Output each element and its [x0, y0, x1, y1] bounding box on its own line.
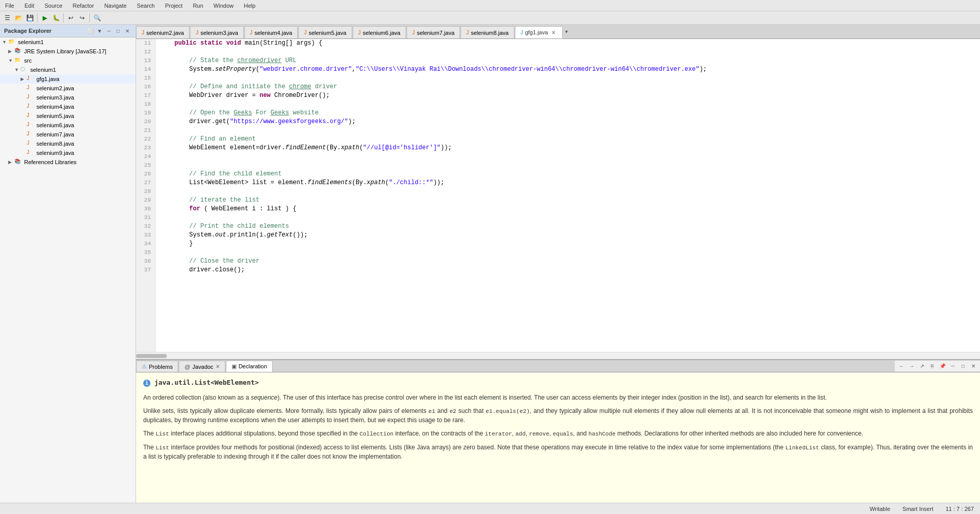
status-writable[interactable]: Writable	[868, 506, 892, 512]
tab-overflow-btn[interactable]: ▾	[563, 25, 569, 38]
maximize-btn[interactable]: □	[958, 362, 968, 371]
sidebar-item-src[interactable]: ▼ 📁 src	[0, 56, 136, 65]
java-icon: J	[358, 30, 361, 35]
sidebar-item-selenium9[interactable]: J selenium9.java	[0, 148, 136, 157]
menu-search[interactable]: Search	[134, 2, 158, 10]
code-line-12	[160, 48, 976, 56]
toolbar-run-btn[interactable]: ▶	[40, 13, 50, 23]
tab-selenium8[interactable]: J selenium8.java	[460, 26, 514, 38]
tab-selenium2[interactable]: J selenium2.java	[136, 26, 189, 38]
sidebar-menu-btn[interactable]: ▼	[95, 27, 104, 35]
sidebar-item-referenced-libraries[interactable]: ▶ 📚 Referenced Libraries	[0, 157, 136, 167]
tab-selenium7[interactable]: J selenium7.java	[407, 26, 460, 38]
open-external-btn[interactable]: ↗	[917, 362, 927, 371]
gfg-icon: J	[521, 30, 523, 35]
bottom-toolbar: ← → ↗ ⎘ 📌 ─ □ ✕	[895, 361, 980, 372]
bottom-tab-close-btn[interactable]: ✕	[216, 364, 220, 369]
library-icon: 📚	[14, 48, 23, 55]
code-line-24	[160, 152, 976, 161]
line-numbers: 11 12 13 14 15 16 17 18 19 20 21 22 23 2…	[136, 39, 156, 352]
toolbar-open-btn[interactable]: 📂	[13, 13, 24, 23]
menu-refactor[interactable]: Refactor	[70, 2, 98, 10]
java-file-icon: J	[27, 75, 35, 83]
menu-help[interactable]: Help	[241, 2, 259, 10]
sidebar-item-selenium4[interactable]: J selenium4.java	[0, 102, 136, 111]
sidebar-item-selenium3[interactable]: J selenium3.java	[0, 93, 136, 102]
toolbar-new-btn[interactable]: ☰	[2, 13, 12, 23]
pin-btn[interactable]: 📌	[938, 362, 947, 371]
sidebar-item-selenium2[interactable]: J selenium2.java	[0, 84, 136, 93]
toolbar-search-btn[interactable]: 🔍	[92, 13, 102, 23]
menu-file[interactable]: File	[2, 2, 17, 10]
tab-selenium4[interactable]: J selenium4.java	[244, 26, 298, 38]
sidebar-item-label: selenium8.java	[36, 141, 74, 147]
horizontal-scrollbar[interactable]	[136, 352, 980, 359]
tab-selenium3[interactable]: J selenium3.java	[190, 26, 243, 38]
toolbar-sep3	[89, 13, 90, 23]
sidebar-item-gfg1[interactable]: ▶ J gfg1.java	[0, 74, 136, 84]
sidebar-item-label: selenium1	[30, 67, 56, 73]
status-bar: Writable Smart Insert 11 : 7 : 267	[0, 503, 980, 514]
tab-declaration[interactable]: ▣ Declaration	[226, 361, 273, 372]
tab-label: Javadoc	[193, 364, 214, 370]
toolbar: ☰ 📂 💾 ▶ 🐛 ↩ ↪ 🔍	[0, 11, 980, 25]
javadoc-title: i java.util.List<WebElement>	[143, 378, 973, 388]
status-insert-mode[interactable]: Smart Insert	[900, 506, 935, 512]
sidebar-item-selenium6[interactable]: J selenium6.java	[0, 121, 136, 130]
sidebar-max-btn[interactable]: □	[114, 27, 122, 35]
minimize-btn[interactable]: ─	[948, 362, 957, 371]
tab-problems[interactable]: ⚠ Problems	[136, 361, 178, 372]
copy-btn[interactable]: ⎘	[928, 362, 937, 371]
java-icon: J	[196, 30, 198, 35]
javadoc-para-2: Unlike sets, lists typically allow dupli…	[143, 406, 973, 425]
menu-window[interactable]: Window	[210, 2, 237, 10]
sidebar-collapse-btn[interactable]: ⬜	[86, 27, 94, 35]
library-icon: 📚	[14, 159, 23, 166]
sidebar-close-btn[interactable]: ✕	[123, 27, 131, 35]
code-line-27: List<WebElement> list = element.findElem…	[160, 179, 976, 187]
sidebar-min-btn[interactable]: ─	[105, 27, 113, 35]
tab-close-btn[interactable]: ✕	[550, 29, 557, 36]
menu-source[interactable]: Source	[42, 2, 66, 10]
sidebar-item-selenium1-pkg[interactable]: ▼ ⬡ selenium1	[0, 65, 136, 74]
java-file-icon: J	[27, 85, 35, 92]
tab-label: selenium3.java	[200, 30, 238, 36]
close-panel-btn[interactable]: ✕	[969, 362, 978, 371]
sidebar-item-jre[interactable]: ▶ 📚 JRE System Library [JavaSE-17]	[0, 47, 136, 56]
toolbar-sep2	[63, 13, 64, 23]
code-line-31	[160, 213, 976, 222]
sidebar-item-selenium7[interactable]: J selenium7.java	[0, 130, 136, 139]
sidebar-header: Package Explorer ⬜ ▼ ─ □ ✕	[0, 25, 136, 37]
toolbar-redo-btn[interactable]: ↪	[77, 13, 87, 23]
back-btn[interactable]: ←	[897, 362, 906, 371]
code-line-30: for ( WebElement i : list ) {	[160, 205, 976, 213]
sidebar-item-selenium8[interactable]: J selenium8.java	[0, 139, 136, 148]
code-line-32: // Print the child elements	[160, 222, 976, 231]
declaration-icon: ▣	[232, 363, 237, 370]
menu-edit[interactable]: Edit	[22, 2, 37, 10]
toolbar-debug-btn[interactable]: 🐛	[51, 13, 61, 23]
menu-project[interactable]: Project	[162, 2, 185, 10]
tab-javadoc[interactable]: @ Javadoc ✕	[179, 361, 225, 372]
tab-selenium6[interactable]: J selenium6.java	[353, 26, 406, 38]
sidebar-item-label: selenium1	[18, 39, 44, 45]
code-line-34: }	[160, 240, 976, 248]
sidebar: Package Explorer ⬜ ▼ ─ □ ✕ ▼ 📁 selenium1…	[0, 25, 136, 503]
javadoc-content: i java.util.List<WebElement> An ordered …	[136, 372, 980, 503]
tab-label: selenium6.java	[363, 30, 400, 36]
status-position: 11 : 7 : 267	[944, 506, 976, 512]
code-line-13: // State the chromedriver URL	[160, 56, 976, 65]
sidebar-item-selenium5[interactable]: J selenium5.java	[0, 111, 136, 121]
sidebar-item-label: selenium6.java	[36, 122, 74, 128]
menu-navigate[interactable]: Navigate	[101, 2, 129, 10]
tab-gfg1[interactable]: J gfg1.java ✕	[515, 26, 563, 38]
toolbar-save-btn[interactable]: 💾	[25, 13, 35, 23]
forward-btn[interactable]: →	[907, 362, 916, 371]
sidebar-item-selenium1[interactable]: ▼ 📁 selenium1	[0, 37, 136, 47]
toolbar-undo-btn[interactable]: ↩	[66, 13, 76, 23]
menu-run[interactable]: Run	[190, 2, 206, 10]
code-editor[interactable]: 11 12 13 14 15 16 17 18 19 20 21 22 23 2…	[136, 39, 980, 359]
code-line-11: public static void main(String[] args) {	[160, 39, 976, 48]
sidebar-item-label: src	[24, 57, 32, 64]
tab-selenium5[interactable]: J selenium5.java	[298, 26, 352, 38]
